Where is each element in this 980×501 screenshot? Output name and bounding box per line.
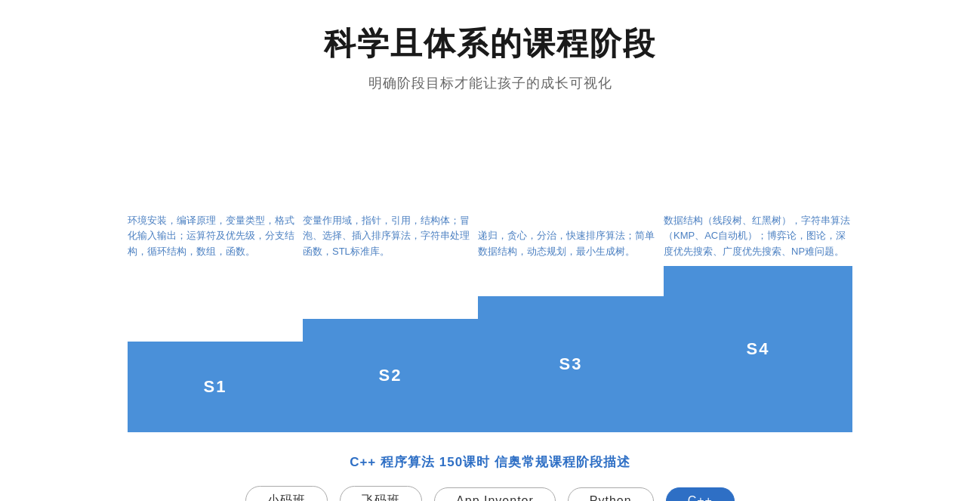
bar-s3: S3 (478, 296, 664, 432)
bar-block-s3: S3 (478, 296, 664, 432)
bottom-label: C++ 程序算法 150课时 信奥常规课程阶段描述 (350, 453, 630, 471)
bar-s4: S4 (664, 266, 852, 432)
tab-row: 小码班 飞码班 App Inventor Python C++ (245, 486, 735, 501)
tab-cpp[interactable]: C++ (666, 487, 735, 502)
bar-block-s4: S4 (664, 266, 852, 432)
bar-s2: S2 (303, 319, 478, 432)
chart-area: 环境安装，编译原理，变量类型，格式化输入输出；运算符及优先级，分支结构，循环结构… (128, 115, 852, 432)
tab-xiaoma[interactable]: 小码班 (245, 486, 328, 501)
main-title: 科学且体系的课程阶段 (324, 23, 656, 65)
annotation-s1: 环境安装，编译原理，变量类型，格式化输入输出；运算符及优先级，分支结构，循环结构… (128, 213, 303, 266)
sub-title: 明确阶段目标才能让孩子的成长可视化 (368, 74, 612, 92)
page-wrapper: 科学且体系的课程阶段 明确阶段目标才能让孩子的成长可视化 环境安装，编译原理，变… (0, 0, 980, 501)
annotation-s3: 递归，贪心，分治，快速排序算法；简单数据结构，动态规划，最小生成树。 (478, 228, 664, 266)
annotations-row: 环境安装，编译原理，变量类型，格式化输入输出；运算符及优先级，分支结构，循环结构… (128, 115, 852, 266)
bar-block-s2: S2 (303, 319, 478, 432)
bars-row: S1 S2 S3 S4 (128, 266, 852, 432)
annotation-s2: 变量作用域，指针，引用，结构体；冒泡、选择、插入排序算法，字符串处理函数，STL… (303, 213, 478, 266)
bar-block-s1: S1 (128, 342, 303, 432)
tab-appinventor[interactable]: App Inventor (434, 487, 556, 502)
tab-python[interactable]: Python (568, 487, 654, 502)
tab-feima[interactable]: 飞码班 (340, 486, 422, 501)
bar-s1: S1 (128, 342, 303, 432)
annotation-s4: 数据结构（线段树、红黑树），字符串算法（KMP、AC自动机）；博弈论，图论，深度… (664, 213, 852, 266)
